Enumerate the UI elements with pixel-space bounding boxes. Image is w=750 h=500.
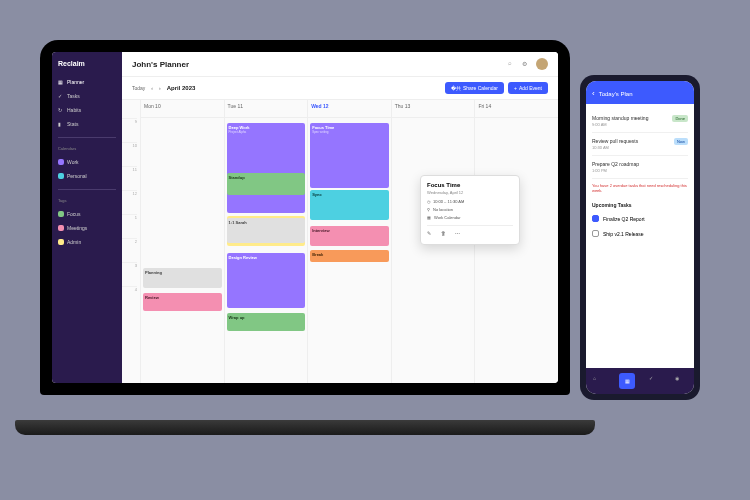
calendar-event[interactable]: Break xyxy=(310,250,389,262)
calendar-event[interactable]: Design Review xyxy=(227,253,306,308)
phone-bottom-nav: ⌂ ▦ ✓ ◉ xyxy=(586,368,694,394)
calendar-event[interactable]: 1:1 Sarah xyxy=(227,218,306,243)
calendar-event[interactable]: Planning xyxy=(143,268,222,288)
share-calendar-button[interactable]: �共Share Calendar xyxy=(445,82,504,94)
laptop-device: Reclaim ▦Planner ✓Tasks ↻Habits ▮Stats C… xyxy=(40,40,570,435)
phone-task-item[interactable]: Finalize Q2 Report xyxy=(592,211,688,226)
color-dot-icon xyxy=(58,225,64,231)
main-panel: John's Planner ⌕ ⚙ Today ‹ › April 2023 xyxy=(122,52,558,383)
color-dot-icon xyxy=(58,159,64,165)
phone-device: ‹ Today's Plan Morning standup meeting9:… xyxy=(580,75,700,400)
delete-icon[interactable]: 🗑 xyxy=(441,230,449,238)
checkbox-icon[interactable] xyxy=(592,230,599,237)
color-dot-icon xyxy=(58,211,64,217)
day-header: Thu 13 xyxy=(392,100,475,118)
color-dot-icon xyxy=(58,173,64,179)
section-header: Upcoming Tasks xyxy=(592,197,688,211)
phone-list-item[interactable]: Prepare Q2 roadmap1:00 PM xyxy=(592,156,688,179)
calendar-event[interactable]: Wrap up xyxy=(227,313,306,331)
calendar-work[interactable]: Work xyxy=(58,157,116,167)
tag-focus[interactable]: Focus xyxy=(58,209,116,219)
repeat-icon: ↻ xyxy=(58,107,64,113)
nav-tasks-icon[interactable]: ✓ xyxy=(649,375,661,387)
calendar-icon: ▦ xyxy=(58,79,64,85)
calendar-personal[interactable]: Personal xyxy=(58,171,116,181)
calendar-event[interactable]: Sync xyxy=(310,190,389,220)
days-container: Mon 10 PlanningReview Tue 11 Deep WorkPr… xyxy=(140,100,558,383)
day-column-wed[interactable]: Wed 12 Focus TimeSpec writingSyncIntervi… xyxy=(307,100,391,383)
calendar-event[interactable]: Interview xyxy=(310,226,389,246)
time-label: 10 xyxy=(122,142,137,166)
today-button[interactable]: Today xyxy=(132,85,145,91)
tag-meetings[interactable]: Meetings xyxy=(58,223,116,233)
sidebar: Reclaim ▦Planner ✓Tasks ↻Habits ▮Stats C… xyxy=(52,52,122,383)
day-header: Fri 14 xyxy=(475,100,558,118)
time-label: 11 xyxy=(122,166,137,190)
chart-icon: ▮ xyxy=(58,121,64,127)
phone-body[interactable]: Morning standup meeting9:00 AMDoneReview… xyxy=(586,104,694,368)
event-popover: Focus Time Wednesday, April 12 ◷10:00 – … xyxy=(420,175,520,245)
date-label: April 2023 xyxy=(167,85,196,91)
more-icon[interactable]: ⋯ xyxy=(455,230,463,238)
app-header: John's Planner ⌕ ⚙ xyxy=(122,52,558,77)
nav-planner[interactable]: ▦Planner xyxy=(58,77,116,87)
prev-icon[interactable]: ‹ xyxy=(151,85,153,91)
nav-habits[interactable]: ↻Habits xyxy=(58,105,116,115)
page-title: John's Planner xyxy=(132,60,189,69)
nav-home-icon[interactable]: ⌂ xyxy=(593,375,605,387)
time-label: 1 xyxy=(122,214,137,238)
calendar-event[interactable]: Focus TimeSpec writing xyxy=(310,123,389,188)
calendar-event[interactable]: Review xyxy=(143,293,222,311)
nav-profile-icon[interactable]: ◉ xyxy=(675,375,687,387)
add-event-button[interactable]: +Add Event xyxy=(508,82,548,94)
user-avatar[interactable] xyxy=(536,58,548,70)
location-icon: ⚲ xyxy=(427,207,430,212)
divider xyxy=(58,137,116,138)
plus-icon: + xyxy=(514,85,517,91)
edit-icon[interactable]: ✎ xyxy=(427,230,435,238)
laptop-base xyxy=(15,420,595,435)
time-label: 3 xyxy=(122,262,137,286)
next-icon[interactable]: › xyxy=(159,85,161,91)
day-header: Tue 11 xyxy=(225,100,308,118)
settings-icon[interactable]: ⚙ xyxy=(522,60,530,68)
color-dot-icon xyxy=(58,239,64,245)
popover-calendar: Work Calendar xyxy=(434,215,461,220)
clock-icon: ◷ xyxy=(427,199,430,204)
warning-text: You have 2 overdue tasks that need resch… xyxy=(592,179,688,197)
time-label: 9 xyxy=(122,118,137,142)
checkbox-icon[interactable] xyxy=(592,215,599,222)
phone-header: ‹ Today's Plan xyxy=(586,81,694,104)
nav-tasks[interactable]: ✓Tasks xyxy=(58,91,116,101)
day-header: Mon 10 xyxy=(141,100,224,118)
phone-list-item[interactable]: Morning standup meeting9:00 AMDone xyxy=(592,110,688,133)
time-label: 4 xyxy=(122,286,137,310)
time-axis: 9 10 11 12 1 2 3 4 xyxy=(122,100,140,383)
phone-task-item[interactable]: Ship v2.1 Release xyxy=(592,226,688,241)
popover-subtitle: Wednesday, April 12 xyxy=(427,190,513,195)
phone-list-item[interactable]: Review pull requests10:30 AMNow xyxy=(592,133,688,156)
divider xyxy=(58,189,116,190)
tag-admin[interactable]: Admin xyxy=(58,237,116,247)
calendar-event[interactable]: Standup xyxy=(227,173,306,195)
calendar-grid: 9 10 11 12 1 2 3 4 Mon 10 PlanningReview xyxy=(122,100,558,383)
day-column-mon[interactable]: Mon 10 PlanningReview xyxy=(140,100,224,383)
search-icon[interactable]: ⌕ xyxy=(508,60,516,68)
nav-calendar-icon[interactable]: ▦ xyxy=(619,373,635,389)
app-logo: Reclaim xyxy=(58,60,116,67)
check-icon: ✓ xyxy=(58,93,64,99)
header-actions: ⌕ ⚙ xyxy=(508,58,548,70)
calendar-event[interactable]: Deep WorkProject Alpha xyxy=(227,123,306,213)
day-column-tue[interactable]: Tue 11 Deep WorkProject AlphaStandupLunc… xyxy=(224,100,308,383)
time-label: 12 xyxy=(122,190,137,214)
share-icon: �共 xyxy=(451,85,461,91)
phone-title: Today's Plan xyxy=(599,91,633,97)
tags-label: Tags xyxy=(58,198,116,203)
calendar-icon: ▦ xyxy=(427,215,431,220)
calendar-toolbar: Today ‹ › April 2023 �共Share Calendar +A… xyxy=(122,77,558,100)
nav-stats[interactable]: ▮Stats xyxy=(58,119,116,129)
back-icon[interactable]: ‹ xyxy=(592,89,595,98)
calendars-label: Calendars xyxy=(58,146,116,151)
popover-title: Focus Time xyxy=(427,182,513,188)
app-window: Reclaim ▦Planner ✓Tasks ↻Habits ▮Stats C… xyxy=(52,52,558,383)
